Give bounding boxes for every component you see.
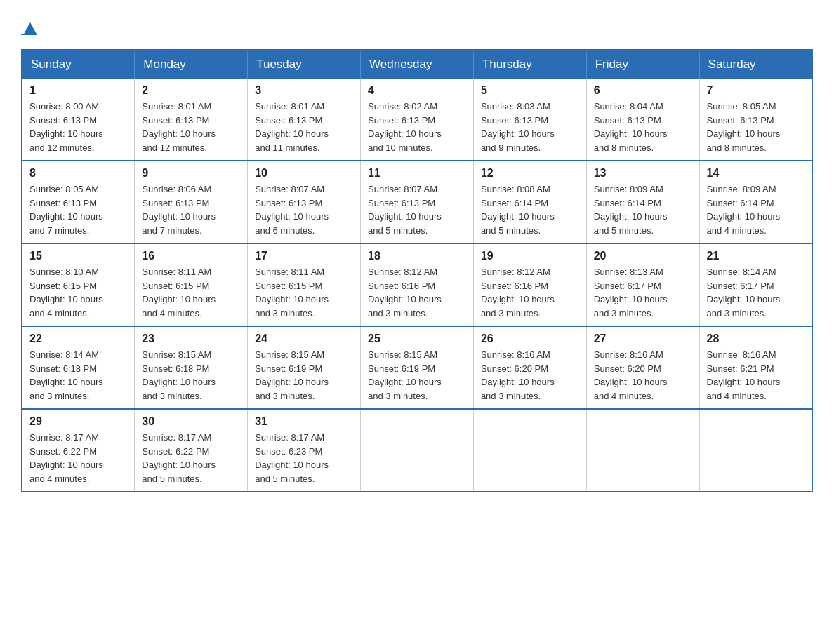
day-number: 22 xyxy=(29,333,127,345)
day-number: 21 xyxy=(707,250,805,262)
calendar-header-row: SundayMondayTuesdayWednesdayThursdayFrid… xyxy=(22,50,812,79)
day-info: Sunrise: 8:10 AMSunset: 6:15 PMDaylight:… xyxy=(29,265,127,320)
day-info: Sunrise: 8:13 AMSunset: 6:17 PMDaylight:… xyxy=(594,265,692,320)
calendar-cell: 3Sunrise: 8:01 AMSunset: 6:13 PMDaylight… xyxy=(248,79,361,161)
day-number: 12 xyxy=(481,167,579,180)
day-number: 20 xyxy=(594,250,692,262)
day-number: 9 xyxy=(142,167,240,180)
calendar-cell: 28Sunrise: 8:16 AMSunset: 6:21 PMDayligh… xyxy=(699,326,812,409)
day-of-week-header: Saturday xyxy=(699,50,812,79)
day-number: 3 xyxy=(255,84,353,97)
calendar-week-row: 15Sunrise: 8:10 AMSunset: 6:15 PMDayligh… xyxy=(22,243,812,326)
calendar-cell: 26Sunrise: 8:16 AMSunset: 6:20 PMDayligh… xyxy=(473,326,586,409)
calendar-cell xyxy=(586,409,699,492)
calendar-cell xyxy=(699,409,812,492)
day-info: Sunrise: 8:05 AMSunset: 6:13 PMDaylight:… xyxy=(707,100,805,154)
day-number: 11 xyxy=(368,167,466,180)
calendar-cell: 16Sunrise: 8:11 AMSunset: 6:15 PMDayligh… xyxy=(135,243,248,326)
day-info: Sunrise: 8:03 AMSunset: 6:13 PMDaylight:… xyxy=(481,100,579,154)
calendar-week-row: 29Sunrise: 8:17 AMSunset: 6:22 PMDayligh… xyxy=(22,409,812,492)
day-info: Sunrise: 8:17 AMSunset: 6:22 PMDaylight:… xyxy=(142,431,240,485)
calendar-cell: 30Sunrise: 8:17 AMSunset: 6:22 PMDayligh… xyxy=(135,409,248,492)
calendar-cell: 29Sunrise: 8:17 AMSunset: 6:22 PMDayligh… xyxy=(22,409,135,492)
day-info: Sunrise: 8:15 AMSunset: 6:19 PMDaylight:… xyxy=(255,348,353,403)
calendar-cell: 5Sunrise: 8:03 AMSunset: 6:13 PMDaylight… xyxy=(473,79,586,161)
calendar-cell: 1Sunrise: 8:00 AMSunset: 6:13 PMDaylight… xyxy=(22,79,135,161)
day-number: 16 xyxy=(142,250,240,262)
day-info: Sunrise: 8:00 AMSunset: 6:13 PMDaylight:… xyxy=(29,100,127,154)
calendar-cell: 19Sunrise: 8:12 AMSunset: 6:16 PMDayligh… xyxy=(473,243,586,326)
day-of-week-header: Thursday xyxy=(473,50,586,79)
calendar-cell: 24Sunrise: 8:15 AMSunset: 6:19 PMDayligh… xyxy=(248,326,361,409)
calendar-cell: 17Sunrise: 8:11 AMSunset: 6:15 PMDayligh… xyxy=(248,243,361,326)
calendar-cell: 9Sunrise: 8:06 AMSunset: 6:13 PMDaylight… xyxy=(135,161,248,243)
calendar-cell: 25Sunrise: 8:15 AMSunset: 6:19 PMDayligh… xyxy=(361,326,474,409)
day-of-week-header: Friday xyxy=(586,50,699,79)
calendar-cell: 13Sunrise: 8:09 AMSunset: 6:14 PMDayligh… xyxy=(586,161,699,243)
day-number: 10 xyxy=(255,167,353,180)
day-number: 6 xyxy=(594,84,692,97)
day-info: Sunrise: 8:16 AMSunset: 6:20 PMDaylight:… xyxy=(481,348,579,403)
day-of-week-header: Wednesday xyxy=(361,50,474,79)
calendar-cell xyxy=(361,409,474,492)
day-number: 25 xyxy=(368,333,466,345)
day-of-week-header: Monday xyxy=(135,50,248,79)
day-number: 17 xyxy=(255,250,353,262)
day-info: Sunrise: 8:04 AMSunset: 6:13 PMDaylight:… xyxy=(594,100,692,154)
day-number: 18 xyxy=(368,250,466,262)
calendar-cell: 6Sunrise: 8:04 AMSunset: 6:13 PMDaylight… xyxy=(586,79,699,161)
day-info: Sunrise: 8:14 AMSunset: 6:18 PMDaylight:… xyxy=(29,348,127,403)
calendar-cell: 2Sunrise: 8:01 AMSunset: 6:13 PMDaylight… xyxy=(135,79,248,161)
day-info: Sunrise: 8:16 AMSunset: 6:20 PMDaylight:… xyxy=(594,348,692,403)
day-number: 24 xyxy=(255,333,353,345)
calendar-cell: 20Sunrise: 8:13 AMSunset: 6:17 PMDayligh… xyxy=(586,243,699,326)
day-number: 7 xyxy=(707,84,805,97)
day-number: 31 xyxy=(255,415,353,428)
day-number: 30 xyxy=(142,415,240,428)
day-number: 19 xyxy=(481,250,579,262)
day-info: Sunrise: 8:15 AMSunset: 6:18 PMDaylight:… xyxy=(142,348,240,403)
day-info: Sunrise: 8:06 AMSunset: 6:13 PMDaylight:… xyxy=(142,182,240,237)
day-number: 8 xyxy=(29,167,127,180)
calendar-cell: 15Sunrise: 8:10 AMSunset: 6:15 PMDayligh… xyxy=(22,243,135,326)
calendar-cell: 14Sunrise: 8:09 AMSunset: 6:14 PMDayligh… xyxy=(699,161,812,243)
calendar-week-row: 8Sunrise: 8:05 AMSunset: 6:13 PMDaylight… xyxy=(22,161,812,243)
calendar-cell: 7Sunrise: 8:05 AMSunset: 6:13 PMDaylight… xyxy=(699,79,812,161)
day-info: Sunrise: 8:11 AMSunset: 6:15 PMDaylight:… xyxy=(142,265,240,320)
calendar-cell: 31Sunrise: 8:17 AMSunset: 6:23 PMDayligh… xyxy=(248,409,361,492)
calendar-cell: 27Sunrise: 8:16 AMSunset: 6:20 PMDayligh… xyxy=(586,326,699,409)
day-number: 28 xyxy=(707,333,805,345)
day-info: Sunrise: 8:17 AMSunset: 6:23 PMDaylight:… xyxy=(255,431,353,485)
day-number: 15 xyxy=(29,250,127,262)
day-number: 4 xyxy=(368,84,466,97)
logo xyxy=(21,21,37,35)
calendar-cell: 22Sunrise: 8:14 AMSunset: 6:18 PMDayligh… xyxy=(22,326,135,409)
day-info: Sunrise: 8:15 AMSunset: 6:19 PMDaylight:… xyxy=(368,348,466,403)
day-number: 26 xyxy=(481,333,579,345)
page-header xyxy=(21,21,813,35)
day-info: Sunrise: 8:09 AMSunset: 6:14 PMDaylight:… xyxy=(707,182,805,237)
calendar-week-row: 22Sunrise: 8:14 AMSunset: 6:18 PMDayligh… xyxy=(22,326,812,409)
day-info: Sunrise: 8:17 AMSunset: 6:22 PMDaylight:… xyxy=(29,431,127,485)
day-info: Sunrise: 8:12 AMSunset: 6:16 PMDaylight:… xyxy=(368,265,466,320)
logo-blue-text xyxy=(21,34,27,35)
calendar-cell: 10Sunrise: 8:07 AMSunset: 6:13 PMDayligh… xyxy=(248,161,361,243)
day-number: 2 xyxy=(142,84,240,97)
calendar-cell: 21Sunrise: 8:14 AMSunset: 6:17 PMDayligh… xyxy=(699,243,812,326)
calendar-cell: 23Sunrise: 8:15 AMSunset: 6:18 PMDayligh… xyxy=(135,326,248,409)
day-number: 13 xyxy=(594,167,692,180)
day-of-week-header: Sunday xyxy=(22,50,135,79)
day-info: Sunrise: 8:01 AMSunset: 6:13 PMDaylight:… xyxy=(142,100,240,154)
day-of-week-header: Tuesday xyxy=(248,50,361,79)
calendar-cell: 4Sunrise: 8:02 AMSunset: 6:13 PMDaylight… xyxy=(361,79,474,161)
calendar-cell: 11Sunrise: 8:07 AMSunset: 6:13 PMDayligh… xyxy=(361,161,474,243)
calendar-cell: 8Sunrise: 8:05 AMSunset: 6:13 PMDaylight… xyxy=(22,161,135,243)
day-info: Sunrise: 8:07 AMSunset: 6:13 PMDaylight:… xyxy=(368,182,466,237)
day-number: 29 xyxy=(29,415,127,428)
day-info: Sunrise: 8:08 AMSunset: 6:14 PMDaylight:… xyxy=(481,182,579,237)
day-info: Sunrise: 8:02 AMSunset: 6:13 PMDaylight:… xyxy=(368,100,466,154)
day-number: 1 xyxy=(29,84,127,97)
day-info: Sunrise: 8:01 AMSunset: 6:13 PMDaylight:… xyxy=(255,100,353,154)
day-info: Sunrise: 8:07 AMSunset: 6:13 PMDaylight:… xyxy=(255,182,353,237)
day-info: Sunrise: 8:16 AMSunset: 6:21 PMDaylight:… xyxy=(707,348,805,403)
